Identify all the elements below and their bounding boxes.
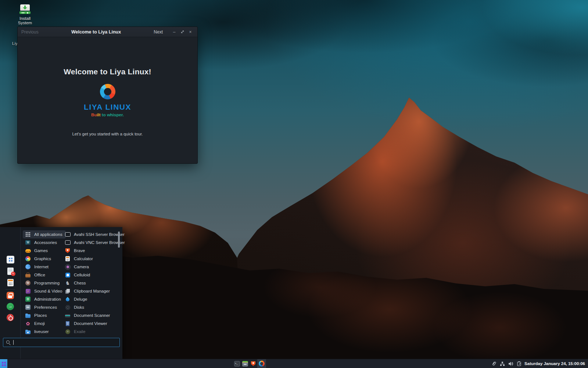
category-places[interactable]: Places [23,311,50,319]
app-avahi-vnc[interactable]: Avahi VNC Server Browser [65,238,125,247]
celluloid-icon [65,272,71,278]
sound-video-icon [25,288,31,294]
app-deluge[interactable]: Deluge [65,295,125,303]
lock-icon [7,292,14,299]
welcome-window: Previous Welcome to Liya Linux Next – × … [17,26,198,164]
app-celluloid[interactable]: Celluloid [65,271,125,279]
category-preferences[interactable]: Preferences [23,303,60,311]
app-chess[interactable]: Chess [65,279,125,287]
document-icon [65,321,71,326]
window-title: Welcome to Liya Linux [39,29,154,35]
app-camera[interactable]: Camera [65,263,125,271]
graphics-icon [25,256,31,262]
monitor-icon [65,240,71,245]
office-icon [25,272,31,278]
close-button[interactable]: × [187,27,194,37]
programming-icon [25,280,31,286]
taskbar: Saturday January 24, 15:00:06 [0,359,588,368]
install-system-desktop-icon[interactable]: Install System [14,4,36,25]
calculator-button[interactable] [7,279,14,286]
welcome-heading: Welcome to Liya Linux! [64,67,151,76]
category-games[interactable]: Games [23,247,51,255]
liya-logo-icon [258,360,265,367]
text-caret [13,340,14,345]
category-emoji[interactable]: Emoji [23,319,48,328]
app-document-viewer[interactable]: Document Viewer [65,319,125,328]
brave-shield-icon [65,248,71,254]
search-input[interactable] [15,340,116,345]
grid-icon [25,231,31,237]
search-box[interactable] [3,338,120,347]
application-menu: All applications Accessories Games Graph… [0,227,122,359]
clipboard-tray-icon[interactable] [517,361,521,366]
welcome-window-button[interactable] [257,359,266,368]
logout-button[interactable] [7,303,14,310]
text-editor-icon [7,268,14,275]
welcome-content: Welcome to Liya Linux! LIYA LINUX Built … [18,37,197,163]
install-system-label: Install System [14,16,36,25]
app-avahi-ssh[interactable]: Avahi SSH Server Browser [65,230,125,238]
accessories-icon [25,240,31,245]
administration-icon [25,296,31,302]
emoji-icon [25,321,31,326]
restore-button[interactable] [179,27,186,37]
games-icon [25,248,31,254]
next-button[interactable]: Next [154,29,163,35]
home-folder-icon [25,329,31,335]
minimize-button[interactable]: – [171,27,178,37]
welcome-subtitle: Let's get you started with a quick tour. [72,132,143,136]
app-document-scanner[interactable]: Document Scanner [65,311,125,319]
app-disks[interactable]: Disks [65,303,125,311]
menu-button[interactable] [0,359,7,368]
network-icon[interactable] [500,361,505,366]
disk-icon [65,304,71,310]
terminal-launcher[interactable] [233,359,241,368]
shutdown-button[interactable] [7,314,14,321]
category-sound-video[interactable]: Sound & Video [23,287,66,295]
brave-shield-icon [250,361,256,367]
category-administration[interactable]: Administration [23,295,64,303]
file-manager-icon [242,361,248,367]
chess-knight-icon [65,280,71,286]
text-editor-button[interactable] [7,268,14,275]
restore-icon [181,30,184,33]
calculator-icon [65,256,71,262]
category-accessories[interactable]: Accessories [23,238,60,247]
volume-icon[interactable] [508,361,513,366]
paperclip-icon[interactable] [492,361,496,366]
system-tray [492,361,521,366]
welcome-titlebar[interactable]: Previous Welcome to Liya Linux Next – × [18,27,197,37]
clock[interactable]: Saturday January 24, 15:00:06 [524,361,585,366]
search-icon [6,340,10,344]
category-graphics[interactable]: Graphics [23,255,54,263]
app-exaile[interactable]: Exaile [65,328,125,336]
lock-screen-button[interactable] [7,292,14,299]
brave-launcher[interactable] [249,359,257,368]
calculator-icon [7,279,14,286]
application-list: Avahi SSH Server Browser Avahi VNC Serve… [65,230,125,336]
category-office[interactable]: Office [23,271,49,279]
brand-tagline: Built to whisper. [91,113,124,117]
app-brave[interactable]: Brave [65,247,125,255]
sidebar-divider [6,289,15,290]
partial-desktop-icon-label[interactable]: Liy [12,41,18,46]
category-list: All applications Accessories Games Graph… [23,230,66,336]
menu-scrollbar-thumb[interactable] [118,231,120,248]
install-drive-icon [19,4,31,15]
previous-button[interactable]: Previous [21,29,39,35]
software-center-button[interactable] [7,256,14,263]
liya-logo-icon [98,82,117,102]
category-liveuser[interactable]: liveuser [23,328,52,336]
app-calculator[interactable]: Calculator [65,255,125,263]
category-programming[interactable]: Programming [23,279,63,287]
app-clipboard-manager[interactable]: Clipboard Manager [65,287,125,295]
places-icon [25,312,31,318]
power-icon [7,314,14,321]
software-center-icon [7,256,14,263]
monitor-icon [65,231,71,237]
clipboard-icon [65,288,71,294]
file-manager-launcher[interactable] [241,359,249,368]
logout-icon [7,303,14,310]
category-all-applications[interactable]: All applications [23,230,66,238]
category-internet[interactable]: Internet [23,263,52,271]
